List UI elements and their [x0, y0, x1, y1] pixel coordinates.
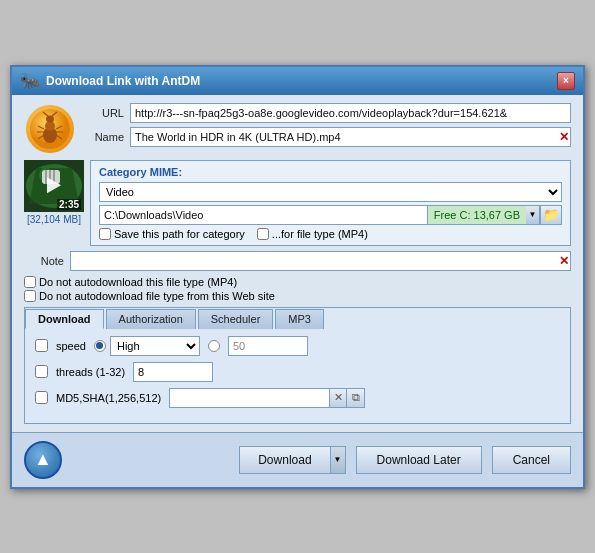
file-type-checkbox-item: ...for file type (MP4) [257, 228, 368, 240]
download-dropdown-button[interactable]: ▼ [330, 446, 346, 474]
url-input[interactable] [130, 103, 571, 123]
download-button-group: Download ▼ [239, 446, 345, 474]
free-space-label: Free C: 13,67 GB [427, 205, 526, 225]
autodownload-type-item: Do not autodownload this file type (MP4) [24, 276, 571, 288]
category-section-wrap: Category MIME: Video Free C: 13,67 GB ▼ … [90, 160, 571, 246]
name-label: Name [84, 131, 124, 143]
file-type-label: ...for file type (MP4) [272, 228, 368, 240]
browse-folder-button[interactable]: 📁 [540, 205, 562, 225]
main-window: 🐜 Download Link with AntDM × [10, 65, 585, 489]
category-section: Category MIME: Video Free C: 13,67 GB ▼ … [90, 160, 571, 246]
svg-point-3 [46, 115, 54, 122]
url-row: URL [84, 103, 571, 123]
window-title: Download Link with AntDM [46, 74, 200, 88]
tab-authorization[interactable]: Authorization [106, 309, 196, 329]
save-path-checkbox-item: Save this path for category [99, 228, 245, 240]
threads-input[interactable] [133, 362, 213, 382]
save-path-label: Save this path for category [114, 228, 245, 240]
footer: ▲ Download ▼ Download Later Cancel [12, 432, 583, 487]
speed-radio-custom[interactable] [208, 340, 220, 352]
tab-mp3[interactable]: MP3 [275, 309, 324, 329]
speed-select[interactable]: High Low Medium Custom [110, 336, 200, 356]
category-type-select[interactable]: Video [99, 182, 562, 202]
md5-row: MD5,SHA(1,256,512) ✕ ⧉ [35, 388, 560, 408]
play-icon [47, 177, 61, 193]
category-label: Category MIME: [99, 166, 562, 178]
autodownload-type-checkbox[interactable] [24, 276, 36, 288]
name-input[interactable] [130, 127, 571, 147]
title-bar: 🐜 Download Link with AntDM × [12, 67, 583, 95]
autodownload-section: Do not autodownload this file type (MP4)… [24, 276, 571, 302]
close-button[interactable]: × [557, 72, 575, 90]
app-icon: 🐜 [20, 71, 40, 90]
md5-copy-button[interactable]: ⧉ [347, 388, 365, 408]
thumbnail-time: 2:35 [57, 199, 81, 210]
speed-radio-selected[interactable] [94, 340, 106, 352]
autodownload-site-label: Do not autodownload file type from this … [39, 290, 275, 302]
threads-label: threads (1-32) [56, 366, 125, 378]
path-row: Free C: 13,67 GB ▼ 📁 [99, 205, 562, 225]
md5-label: MD5,SHA(1,256,512) [56, 392, 161, 404]
thumbnail-size: [32,104 MB] [27, 214, 81, 225]
md5-checkbox[interactable] [35, 391, 48, 404]
speed-label: speed [56, 340, 86, 352]
form-fields: URL Name ✕ [84, 103, 571, 147]
app-logo [24, 103, 76, 155]
speed-radio-group: High Low Medium Custom [94, 336, 200, 356]
speed-number-input[interactable] [228, 336, 308, 356]
up-icon: ▲ [34, 449, 52, 470]
download-button[interactable]: Download [239, 446, 329, 474]
path-dropdown-button[interactable]: ▼ [526, 205, 540, 225]
scroll-up-button[interactable]: ▲ [24, 441, 62, 479]
download-later-button[interactable]: Download Later [356, 446, 482, 474]
cancel-button[interactable]: Cancel [492, 446, 571, 474]
md5-input-wrap: ✕ ⧉ [169, 388, 560, 408]
logo-circle [26, 105, 74, 153]
threads-checkbox[interactable] [35, 365, 48, 378]
category-thumb-row: 2:35 [32,104 MB] Category MIME: Video Fr… [24, 160, 571, 246]
md5-buttons: ✕ ⧉ [329, 388, 365, 408]
note-label: Note [24, 255, 64, 267]
name-clear-button[interactable]: ✕ [559, 130, 569, 144]
note-input-wrap: ✕ [70, 251, 571, 271]
name-row: Name ✕ [84, 127, 571, 147]
save-path-checkbox[interactable] [99, 228, 111, 240]
note-clear-button[interactable]: ✕ [559, 254, 569, 268]
autodownload-type-label: Do not autodownload this file type (MP4) [39, 276, 237, 288]
note-input[interactable] [70, 251, 571, 271]
url-label: URL [84, 107, 124, 119]
header-area: URL Name ✕ [24, 103, 571, 155]
md5-clear-button[interactable]: ✕ [329, 388, 347, 408]
file-type-checkbox[interactable] [257, 228, 269, 240]
speed-checkbox[interactable] [35, 339, 48, 352]
threads-row: threads (1-32) [35, 362, 560, 382]
path-input[interactable] [99, 205, 427, 225]
tab-download-content: speed High Low Medium Custom [25, 328, 570, 423]
speed-row: speed High Low Medium Custom [35, 336, 560, 356]
window-body: URL Name ✕ [12, 95, 583, 432]
thumbnail: 2:35 [24, 160, 84, 212]
category-inner: Video Free C: 13,67 GB ▼ 📁 Save this pat… [99, 182, 562, 240]
md5-input[interactable] [169, 388, 329, 408]
tab-scheduler[interactable]: Scheduler [198, 309, 274, 329]
title-bar-left: 🐜 Download Link with AntDM [20, 71, 200, 90]
tabs-section: Download Authorization Scheduler MP3 spe… [24, 307, 571, 424]
autodownload-site-item: Do not autodownload file type from this … [24, 290, 571, 302]
thumbnail-section: 2:35 [32,104 MB] [24, 160, 84, 225]
tabs-header: Download Authorization Scheduler MP3 [25, 308, 570, 328]
tab-download[interactable]: Download [25, 309, 104, 329]
action-buttons: Download ▼ Download Later Cancel [239, 446, 571, 474]
note-row: Note ✕ [24, 251, 571, 271]
save-path-row: Save this path for category ...for file … [99, 228, 562, 240]
autodownload-site-checkbox[interactable] [24, 290, 36, 302]
